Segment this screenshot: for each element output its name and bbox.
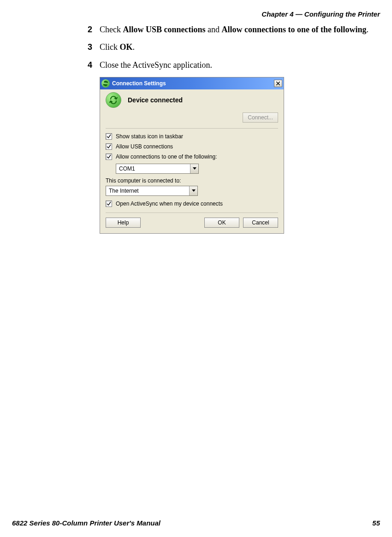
checkbox-row-status-icon[interactable]: Show status icon in taskbar	[106, 133, 278, 140]
content-area: 2 Check Allow USB connections and Allow …	[88, 24, 378, 234]
step-2: 2 Check Allow USB connections and Allow …	[88, 24, 378, 35]
connection-settings-dialog: Connection Settings Device connected Con…	[100, 77, 284, 234]
step-number: 3	[88, 41, 100, 53]
select-value: The Internet	[106, 188, 189, 194]
connected-to-select[interactable]: The Internet	[106, 186, 198, 196]
connect-button: Connect...	[243, 112, 278, 123]
dialog-body: Device connected Connect... Show status …	[100, 89, 284, 233]
text: .	[133, 42, 135, 52]
text: Close the ActiveSync application.	[100, 60, 212, 70]
checkbox-label: Open ActiveSync when my device connects	[116, 201, 223, 207]
button-row: Help OK Cancel	[106, 218, 278, 228]
check-icon	[107, 201, 111, 206]
checkbox-label: Show status icon in taskbar	[116, 133, 183, 140]
separator	[106, 128, 278, 129]
text: .	[367, 25, 369, 34]
help-button[interactable]: Help	[106, 218, 141, 228]
status-row: Device connected	[106, 91, 278, 112]
check-icon	[107, 144, 111, 149]
text: and	[206, 25, 222, 34]
step-text: Check Allow USB connections and Allow co…	[100, 24, 378, 35]
sync-icon	[101, 79, 110, 88]
step-number: 4	[88, 59, 100, 71]
page-footer: 6822 Series 80-Column Printer User's Man…	[12, 519, 380, 527]
checkbox[interactable]	[106, 153, 112, 160]
checkbox-row-allow-connections[interactable]: Allow connections to one of the followin…	[106, 153, 278, 160]
bold-text: Allow USB connections	[123, 25, 205, 34]
cancel-button[interactable]: Cancel	[243, 218, 278, 228]
checkbox-row-open-activesync[interactable]: Open ActiveSync when my device connects	[106, 201, 278, 207]
bold-text: OK	[120, 42, 133, 52]
check-icon	[107, 154, 111, 159]
checkbox-label: Allow connections to one of the followin…	[116, 153, 217, 160]
separator	[106, 212, 278, 213]
spacer	[144, 218, 201, 228]
page-number: 55	[372, 519, 380, 527]
dialog-title: Connection Settings	[112, 80, 166, 87]
connected-to-label: This computer is connected to:	[106, 177, 278, 184]
close-icon	[276, 82, 280, 85]
step-number: 2	[88, 24, 100, 35]
text: Check	[100, 25, 123, 34]
select-value: COM1	[116, 165, 190, 172]
step-text: Click OK.	[100, 41, 378, 53]
checkbox[interactable]	[106, 143, 112, 150]
check-icon	[107, 134, 111, 139]
checkbox-label: Allow USB connections	[116, 143, 173, 150]
ok-button[interactable]: OK	[204, 218, 239, 228]
chapter-header: Chapter 4 — Configuring the Printer	[261, 10, 380, 18]
checkbox[interactable]	[106, 201, 112, 207]
com-port-select[interactable]: COM1	[116, 164, 199, 174]
status-text: Device connected	[128, 96, 183, 104]
checkbox-row-allow-usb[interactable]: Allow USB connections	[106, 143, 278, 150]
chevron-down-icon[interactable]	[189, 186, 197, 195]
text: Click	[100, 42, 120, 52]
step-text: Close the ActiveSync application.	[100, 59, 378, 71]
step-4: 4 Close the ActiveSync application.	[88, 59, 378, 71]
titlebar[interactable]: Connection Settings	[100, 77, 284, 89]
step-3: 3 Click OK.	[88, 41, 378, 53]
chevron-down-icon[interactable]	[190, 164, 198, 173]
checkbox[interactable]	[106, 133, 112, 140]
footer-title: 6822 Series 80-Column Printer User's Man…	[12, 519, 160, 527]
bold-text: Allow connections to one of the followin…	[222, 25, 367, 34]
close-button[interactable]	[274, 80, 282, 87]
refresh-icon	[106, 92, 121, 108]
